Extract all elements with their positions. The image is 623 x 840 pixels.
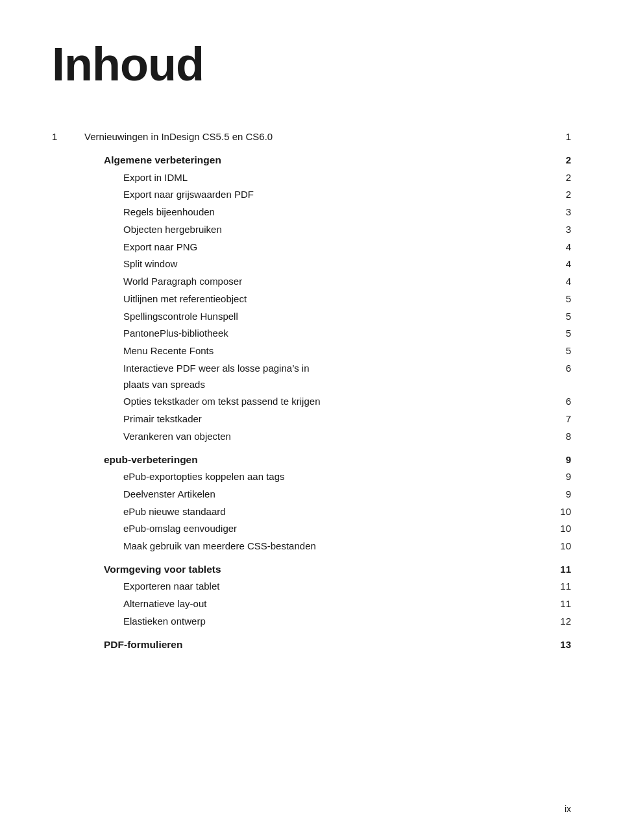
- toc-title: Menu Recente Fonts: [84, 343, 337, 359]
- toc-row: Deelvenster Artikelen9: [52, 486, 571, 503]
- toc-row: Alternatieve lay-out11: [52, 596, 571, 612]
- toc-row: Vormgeving voor tablets11: [52, 561, 571, 578]
- toc-title: Export naar PNG: [84, 239, 337, 256]
- toc-title: Spellingscontrole Hunspell: [84, 309, 337, 325]
- toc-page: 9: [552, 469, 571, 485]
- toc-page: 4: [552, 239, 571, 255]
- toc-title: Uitlijnen met referentieobject: [84, 291, 337, 307]
- toc-title: Algemene verbeteringen: [84, 152, 328, 169]
- toc-page: 5: [552, 291, 571, 307]
- toc-row: Export naar grijswaarden PDF2: [52, 187, 571, 203]
- toc-page: 5: [552, 309, 571, 324]
- toc-title: epub-verbeteringen: [84, 451, 328, 468]
- toc-page: 6: [552, 394, 571, 409]
- toc-page: 5: [552, 343, 571, 359]
- toc-title: Export in IDML: [84, 170, 337, 186]
- toc-page: 4: [552, 274, 571, 289]
- toc-row: Export naar PNG4: [52, 239, 571, 256]
- page-footer: ix: [565, 804, 571, 814]
- toc-row: PDF-formulieren13: [52, 636, 571, 653]
- toc-title: Vernieuwingen in InDesign CS5.5 en CS6.0: [84, 129, 318, 145]
- toc-row: PantonePlus-bibliotheek5: [52, 326, 571, 342]
- toc-page: 4: [552, 256, 571, 272]
- toc-row: Opties tekstkader om tekst passend te kr…: [52, 394, 571, 410]
- toc-page: 8: [552, 429, 571, 444]
- toc-page: 12: [552, 614, 571, 629]
- toc-title: PDF-formulieren: [84, 636, 328, 653]
- toc-title: ePub-omslag eenvoudiger: [84, 521, 337, 537]
- toc-row: Split window4: [52, 256, 571, 272]
- toc-title: World Paragraph composer: [84, 274, 337, 290]
- toc-title: Opties tekstkader om tekst passend te kr…: [84, 394, 337, 410]
- toc-num: 1: [52, 129, 84, 145]
- toc-title: Maak gebruik van meerdere CSS-bestanden: [84, 538, 337, 555]
- toc-page: 3: [552, 204, 571, 220]
- toc-page: 2: [552, 170, 571, 186]
- toc-row: World Paragraph composer4: [52, 274, 571, 290]
- toc-page: 3: [552, 222, 571, 237]
- toc-title: ePub nieuwe standaard: [84, 504, 337, 520]
- toc-row: Menu Recente Fonts5: [52, 343, 571, 359]
- toc-title: Regels bijeenhouden: [84, 204, 337, 221]
- toc-row: ePub-exportopties koppelen aan tags9: [52, 469, 571, 485]
- toc-row: Algemene verbeteringen2: [52, 152, 571, 169]
- page-title: Inhoud: [52, 39, 571, 90]
- toc-title: Split window: [84, 256, 337, 272]
- page: Inhoud 1Vernieuwingen in InDesign CS5.5 …: [0, 0, 623, 840]
- toc-row: Exporteren naar tablet11: [52, 579, 571, 595]
- toc-title: Primair tekstkader: [84, 411, 337, 427]
- toc-row: Primair tekstkader7: [52, 411, 571, 427]
- toc-row: 1Vernieuwingen in InDesign CS5.5 en CS6.…: [52, 129, 571, 145]
- toc-page: 1: [552, 129, 571, 145]
- toc-title: Exporteren naar tablet: [84, 579, 337, 595]
- toc-page: 6: [552, 361, 571, 376]
- toc-title: Interactieve PDF weer als losse pagina’s…: [84, 361, 337, 393]
- toc-row: Export in IDML2: [52, 170, 571, 186]
- toc-row: ePub nieuwe standaard10: [52, 504, 571, 520]
- toc-row: Uitlijnen met referentieobject5: [52, 291, 571, 307]
- toc-title: Vormgeving voor tablets: [84, 561, 328, 578]
- toc-row: Regels bijeenhouden3: [52, 204, 571, 221]
- toc-page: 10: [552, 521, 571, 536]
- toc-page: 2: [552, 152, 571, 168]
- toc-title: Elastieken ontwerp: [84, 614, 337, 630]
- toc-page: 5: [552, 326, 571, 341]
- toc-page: 7: [552, 411, 571, 427]
- toc-page: 10: [552, 504, 571, 520]
- toc-row: ePub-omslag eenvoudiger10: [52, 521, 571, 537]
- toc-title: Deelvenster Artikelen: [84, 486, 337, 503]
- toc-row: Objecten hergebruiken3: [52, 222, 571, 238]
- toc-row: Maak gebruik van meerdere CSS-bestanden1…: [52, 538, 571, 555]
- toc-page: 10: [552, 538, 571, 554]
- toc-page: 13: [552, 637, 571, 653]
- toc-page: 11: [552, 562, 571, 577]
- toc-row: epub-verbeteringen9: [52, 451, 571, 468]
- toc-title: Export naar grijswaarden PDF: [84, 187, 337, 203]
- toc-row: Elastieken ontwerp12: [52, 614, 571, 630]
- toc-page: 11: [552, 596, 571, 612]
- toc-title: Alternatieve lay-out: [84, 596, 337, 612]
- toc-page: 2: [552, 187, 571, 202]
- toc-container: 1Vernieuwingen in InDesign CS5.5 en CS6.…: [52, 129, 571, 653]
- toc-row: Interactieve PDF weer als losse pagina’s…: [52, 361, 571, 393]
- toc-row: Spellingscontrole Hunspell5: [52, 309, 571, 325]
- toc-row: Verankeren van objecten8: [52, 429, 571, 445]
- footer-page-number: ix: [565, 804, 571, 814]
- toc-title: ePub-exportopties koppelen aan tags: [84, 469, 337, 485]
- toc-page: 11: [552, 579, 571, 594]
- toc-page: 9: [552, 452, 571, 468]
- toc-title: Objecten hergebruiken: [84, 222, 337, 238]
- toc-page: 9: [552, 486, 571, 502]
- toc-title: PantonePlus-bibliotheek: [84, 326, 337, 342]
- toc-title: Verankeren van objecten: [84, 429, 337, 445]
